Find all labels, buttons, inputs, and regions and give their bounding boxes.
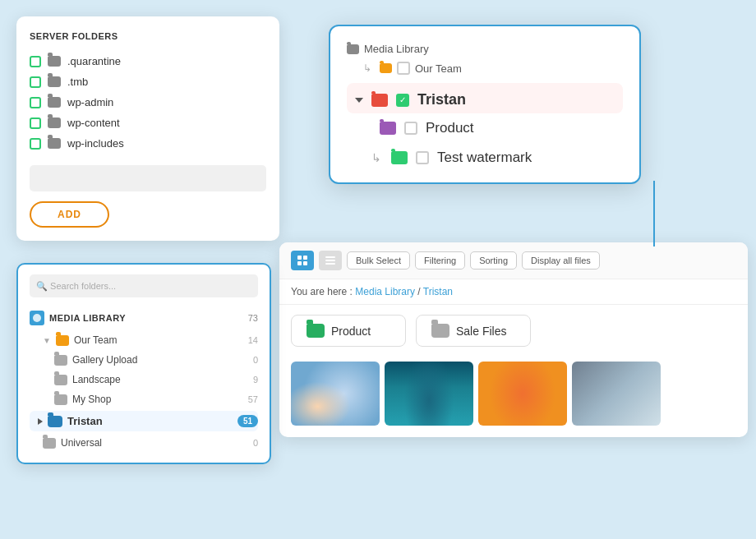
- list-item[interactable]: .quarantine: [30, 51, 266, 71]
- popup-medialibrary-label: Media Library: [364, 43, 429, 55]
- grid-cell: [297, 256, 302, 260]
- folder-icon: [48, 56, 61, 67]
- folder-icon-ourteam: [380, 63, 392, 73]
- folder-icon-product: [380, 122, 396, 135]
- landscape-label: Landscape: [72, 374, 121, 385]
- add-button[interactable]: ADD: [30, 201, 109, 228]
- server-folders-list: .quarantine .tmb wp-admin wp-content wp-…: [30, 51, 266, 154]
- server-folders-title: SERVER FOLDERS: [30, 31, 266, 41]
- checkbox-tristan[interactable]: ✓: [396, 94, 409, 107]
- tree-item-universal[interactable]: Universal 0: [30, 433, 258, 453]
- media-library-label: MEDIA LIBRARY: [49, 313, 126, 323]
- checkbox-quarantine[interactable]: [30, 56, 41, 67]
- checkbox-ourteam[interactable]: [397, 62, 410, 75]
- list-item[interactable]: wp-content: [30, 113, 266, 133]
- folder-name: wp-content: [67, 117, 120, 129]
- folder-icon-medialibrary: [347, 44, 359, 54]
- folder-icon-salefiles: [431, 324, 449, 338]
- folder-icon-product: [307, 324, 325, 338]
- breadcrumb-medialibrary[interactable]: Media Library: [355, 286, 415, 297]
- list-view-button[interactable]: [319, 251, 342, 270]
- list-item[interactable]: wp-includes: [30, 133, 266, 154]
- folder-icon: [48, 138, 61, 149]
- folder-icon-landscape: [54, 375, 67, 385]
- grid-cell: [303, 256, 307, 260]
- folder-card-product[interactable]: Product: [291, 315, 406, 347]
- folder-tree-popup: Media Library ↳ Our Team ✓ Tristan Produ…: [329, 25, 641, 184]
- checkbox-product[interactable]: [404, 122, 417, 135]
- folder-icon: [48, 97, 61, 108]
- thumbnail-4[interactable]: [572, 362, 661, 426]
- tree-item-galleryupload[interactable]: Gallery Upload 0: [30, 350, 258, 370]
- folder-name: .quarantine: [67, 55, 121, 67]
- universal-label: Universal: [61, 437, 102, 449]
- myshop-label: My Shop: [72, 394, 111, 405]
- folder-icon-tristan: [371, 94, 388, 107]
- list-line: [325, 263, 335, 265]
- popup-tristan-row[interactable]: ✓ Tristan: [347, 83, 623, 113]
- folder-card-salefiles[interactable]: Sale Files: [416, 315, 531, 347]
- folder-icon-watermark: [391, 151, 408, 164]
- myshop-count: 57: [248, 394, 258, 404]
- popup-tristan-label: Tristan: [417, 91, 466, 108]
- checkbox-wpincludes[interactable]: [30, 138, 41, 150]
- landscape-count: 9: [253, 375, 258, 385]
- folder-card-salefiles-label: Sale Files: [456, 325, 506, 338]
- tree-item-ourteam[interactable]: ▼ Our Team 14: [30, 330, 258, 350]
- folder-icon: [48, 76, 61, 87]
- thumbnail-1[interactable]: [291, 362, 380, 426]
- list-item[interactable]: .tmb: [30, 71, 266, 92]
- thumbnail-2[interactable]: [385, 362, 473, 426]
- thumbnail-3[interactable]: [478, 362, 567, 426]
- breadcrumb-bar: You are here : Media Library / Tristan: [279, 279, 748, 305]
- filtering-button[interactable]: Filtering: [415, 251, 465, 270]
- expand-icon: ↳: [363, 62, 371, 74]
- folder-icon-ourteam: [56, 335, 69, 346]
- corner-icon: ↳: [371, 151, 381, 164]
- popup-ourteam-label: Our Team: [415, 62, 462, 75]
- folder-icon-galleryupload: [54, 355, 67, 366]
- popup-product-row[interactable]: Product: [347, 113, 623, 143]
- search-bar[interactable]: 🔍 Search folders...: [30, 274, 258, 297]
- tree-item-landscape[interactable]: Landscape 9: [30, 370, 258, 389]
- galleryupload-count: 0: [253, 355, 258, 365]
- folder-name: wp-includes: [67, 137, 124, 150]
- folders-row: Product Sale Files: [279, 305, 748, 357]
- list-item[interactable]: wp-admin: [30, 92, 266, 113]
- popup-watermark-row[interactable]: ↳ Test watermark: [347, 143, 623, 169]
- tree-header: MEDIA LIBRARY 73: [30, 306, 258, 330]
- media-library-tree-panel: 🔍 Search folders... MEDIA LIBRARY 73 ▼ O…: [16, 263, 271, 464]
- breadcrumb-tristan[interactable]: Tristan: [423, 286, 453, 297]
- tree-item-tristan[interactable]: Tristan 51: [30, 411, 258, 431]
- galleryupload-label: Gallery Upload: [72, 354, 137, 366]
- server-folder-input[interactable]: [30, 165, 266, 191]
- popup-product-label: Product: [426, 120, 474, 136]
- bulk-select-button[interactable]: Bulk Select: [347, 251, 410, 270]
- breadcrumb-prefix: You are here :: [291, 286, 355, 297]
- main-toolbar: Bulk Select Filtering Sorting Display al…: [279, 242, 748, 279]
- checkbox-wpadmin[interactable]: [30, 97, 41, 108]
- folder-icon-universal: [43, 438, 56, 449]
- folder-name: .tmb: [67, 76, 88, 88]
- grid-cell: [303, 261, 307, 265]
- svg-point-0: [33, 314, 41, 322]
- grid-icon: [297, 256, 307, 265]
- grid-cell: [297, 261, 302, 265]
- sorting-button[interactable]: Sorting: [470, 251, 517, 270]
- tree-item-myshop[interactable]: My Shop 57: [30, 389, 258, 409]
- popup-breadcrumb-medialibrary: Media Library: [347, 39, 623, 58]
- checkbox-wpcontent[interactable]: [30, 117, 41, 129]
- checkbox-watermark[interactable]: [416, 151, 429, 164]
- thumbnails-grid: [279, 357, 748, 437]
- display-all-files-button[interactable]: Display all files: [522, 251, 600, 270]
- folder-card-product-label: Product: [331, 325, 371, 338]
- list-icon: [325, 256, 335, 265]
- checkbox-tmb[interactable]: [30, 76, 41, 88]
- tristan-count: 51: [237, 415, 258, 427]
- grid-view-button[interactable]: [291, 251, 314, 270]
- list-line: [325, 256, 335, 258]
- tree-title: MEDIA LIBRARY: [30, 311, 126, 325]
- main-content-panel: Bulk Select Filtering Sorting Display al…: [279, 242, 748, 437]
- folder-icon: [48, 117, 61, 128]
- ourteam-label: Our Team: [74, 334, 117, 346]
